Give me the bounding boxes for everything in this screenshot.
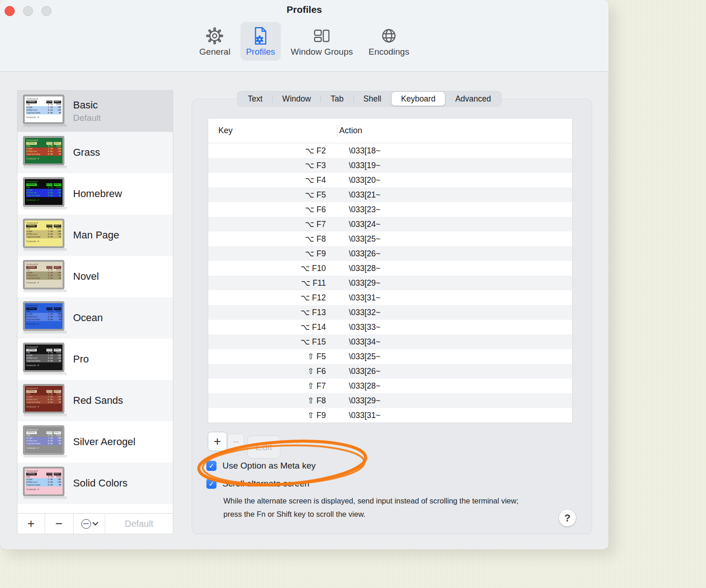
key-action-table: Key Action ⌥ F2\033[18~⌥ F3\033[19~⌥ F4\… [208, 118, 573, 423]
thumb-prompt: Terminal # [26, 282, 61, 284]
keyboard-row[interactable]: ⌥ F12\033[31~ [208, 290, 572, 305]
thumb-process-row: loginwindow0.0%4M [26, 442, 61, 445]
action-cell: \033[19~ [349, 161, 381, 170]
action-cell: \033[29~ [349, 278, 381, 288]
action-cell: \033[28~ [349, 381, 381, 391]
profile-row-homebrew[interactable]: Terminal#COMMAND%CPU RPRVTtop4.1%231KXco… [17, 173, 173, 215]
keyboard-row[interactable]: ⇧ F8\033[29~ [208, 393, 572, 408]
thumb-process-row: loginwindow0.0%4M [26, 401, 61, 404]
profile-name: Grass [73, 147, 100, 158]
profile-list-footer: + − ⋯ Default [17, 513, 173, 534]
scroll-alternate-screen-checkbox[interactable]: ✓ [206, 479, 216, 489]
action-cell: \033[34~ [349, 337, 381, 347]
action-cell: \033[25~ [349, 234, 381, 244]
keyboard-row[interactable]: ⌥ F7\033[24~ [208, 217, 572, 232]
profile-row-solid-colors[interactable]: Terminal#COMMAND%CPU RPRVTtop4.1%231KXco… [17, 463, 173, 504]
toolbar-item-encodings[interactable]: Encodings [363, 22, 415, 61]
profile-row-novel[interactable]: Terminal#COMMAND%CPU RPRVTtop4.1%231KXco… [17, 256, 173, 297]
profile-actions-menu-button[interactable]: ⋯ [74, 514, 105, 534]
keyboard-row[interactable]: ⌥ F3\033[19~ [208, 158, 572, 173]
thumb-prompt: Terminal # [26, 447, 61, 450]
action-cell: \033[31~ [349, 411, 381, 420]
toolbar-item-profiles[interactable]: Profiles [240, 22, 280, 61]
profile-document-icon [252, 25, 269, 46]
tab-tab[interactable]: Tab [321, 92, 353, 106]
profile-thumbnail: Terminal#COMMAND%CPU RPRVTtop4.1%231KXco… [23, 136, 64, 165]
edit-key-button[interactable]: Edit [247, 435, 280, 458]
column-header-action[interactable]: Action [327, 126, 362, 136]
toolbar-label: Profiles [246, 47, 275, 57]
column-divider[interactable] [337, 125, 337, 137]
profile-tabs: TextWindowTabShellKeyboardAdvanced [237, 91, 501, 107]
thumbnail-reflection [23, 166, 67, 169]
thumbnail-reflection [23, 455, 67, 458]
help-button[interactable]: ? [559, 509, 576, 526]
thumb-prompt: Terminal # [26, 323, 61, 326]
profile-row-pro[interactable]: Terminal#COMMAND%CPU RPRVTtop4.1%231KXco… [17, 339, 173, 380]
keyboard-row[interactable]: ⇧ F5\033[25~ [208, 349, 572, 364]
keyboard-row[interactable]: ⌥ F15\033[34~ [208, 334, 572, 349]
checkbox-label: Scroll alternate screen [222, 479, 309, 489]
profile-thumbnail: Terminal#COMMAND%CPU RPRVTtop4.1%231KXco… [23, 260, 64, 289]
thumb-process-row: loginwindow0.0%4M [26, 236, 61, 238]
keyboard-row[interactable]: ⌥ F10\033[28~ [208, 261, 572, 276]
keyboard-row[interactable]: ⌥ F9\033[26~ [208, 246, 572, 261]
keyboard-row[interactable]: ⌥ F6\033[23~ [208, 202, 572, 217]
profile-name: Homebrew [73, 188, 122, 200]
scroll-alternate-screen-row: ✓ Scroll alternate screen [206, 479, 309, 489]
keyboard-row[interactable]: ⌥ F13\033[32~ [208, 305, 572, 320]
action-cell: \033[25~ [349, 352, 381, 362]
key-cell: ⌥ F3 [208, 161, 326, 170]
keyboard-row[interactable]: ⌥ F14\033[33~ [208, 320, 572, 334]
tab-shell[interactable]: Shell [354, 92, 391, 106]
thumb-prompt: Terminal # [26, 488, 61, 491]
thumb-process-row: loginwindow0.0%4M [26, 484, 61, 486]
keyboard-row[interactable]: ⇧ F7\033[28~ [208, 379, 572, 393]
profile-row-basic[interactable]: Terminal#COMMAND%CPU RPRVTtop4.1%231KXco… [17, 90, 173, 132]
toolbar-item-window-groups[interactable]: Window Groups [285, 22, 359, 61]
keyboard-row[interactable]: ⇧ F9\033[31~ [208, 408, 572, 423]
profile-name: Ocean [73, 312, 103, 324]
keyboard-row[interactable]: ⌥ F5\033[21~ [208, 187, 572, 202]
keyboard-row[interactable]: ⌥ F8\033[25~ [208, 232, 572, 246]
tab-keyboard[interactable]: Keyboard [392, 92, 445, 106]
column-header-key[interactable]: Key [208, 126, 327, 136]
add-key-button[interactable]: + [208, 432, 227, 451]
toolbar-item-general[interactable]: General [194, 22, 236, 61]
profile-name: Man Page [73, 229, 119, 241]
profile-row-silver-aerogel[interactable]: Terminal#COMMAND%CPU RPRVTtop4.1%231KXco… [17, 421, 173, 463]
checkbox-label: Use Option as Meta key [222, 461, 316, 471]
profile-row-man-page[interactable]: Terminal#COMMAND%CPU RPRVTtop4.1%231KXco… [17, 215, 173, 256]
key-cell: ⇧ F6 [208, 367, 326, 376]
use-option-as-meta-key-row: ✓ Use Option as Meta key [206, 461, 316, 471]
keyboard-row[interactable]: ⌥ F4\033[20~ [208, 173, 572, 187]
keyboard-row[interactable]: ⌥ F2\033[18~ [208, 143, 572, 158]
tab-text[interactable]: Text [238, 92, 272, 106]
preferences-toolbar: General [0, 22, 609, 61]
action-cell: \033[26~ [349, 367, 381, 376]
use-option-as-meta-key-checkbox[interactable]: ✓ [206, 461, 216, 471]
profile-row-red-sands[interactable]: Terminal#COMMAND%CPU RPRVTtop4.1%231KXco… [17, 380, 173, 421]
table-header: Key Action [208, 119, 572, 143]
default-button[interactable]: Default [105, 514, 173, 534]
profile-thumbnail: Terminal#COMMAND%CPU RPRVTtop4.1%231KXco… [23, 219, 64, 248]
profile-row-grass[interactable]: Terminal#COMMAND%CPU RPRVTtop4.1%231KXco… [17, 132, 173, 173]
remove-key-button[interactable]: − [228, 434, 244, 450]
thumb-process-row: loginwindow0.0%4M [26, 360, 61, 362]
profile-thumbnail: Terminal#COMMAND%CPU RPRVTtop4.1%231KXco… [23, 302, 64, 330]
tab-window[interactable]: Window [273, 92, 320, 106]
keyboard-row[interactable]: ⇧ F6\033[26~ [208, 364, 572, 379]
key-cell: ⌥ F12 [208, 293, 326, 303]
key-cell: ⌥ F6 [208, 205, 326, 215]
profile-thumbnail: Terminal#COMMAND%CPU RPRVTtop4.1%231KXco… [23, 95, 64, 124]
tab-advanced[interactable]: Advanced [445, 92, 501, 106]
profile-row-ocean[interactable]: Terminal#COMMAND%CPU RPRVTtop4.1%231KXco… [17, 297, 173, 339]
remove-profile-button[interactable]: − [45, 514, 74, 534]
add-profile-button[interactable]: + [17, 514, 45, 534]
keyboard-panel: Key Action ⌥ F2\033[18~⌥ F3\033[19~⌥ F4\… [192, 99, 592, 534]
profile-name: Red Sands [73, 395, 123, 407]
thumbnail-reflection [23, 249, 67, 252]
thumbnail-reflection [23, 373, 67, 376]
keyboard-row[interactable]: ⌥ F11\033[29~ [208, 276, 572, 290]
profile-thumbnail: Terminal#COMMAND%CPU RPRVTtop4.1%231KXco… [23, 426, 64, 454]
